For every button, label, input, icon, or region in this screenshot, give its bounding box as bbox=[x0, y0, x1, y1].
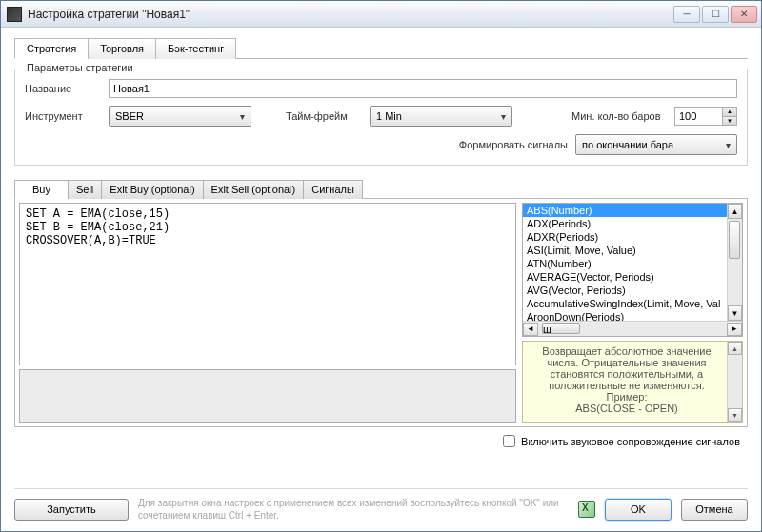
client-area: Стратегия Торговля Бэк-тестинг Параметры… bbox=[1, 28, 761, 531]
list-item[interactable]: AroonDown(Periods) bbox=[523, 310, 727, 321]
hint-text: Для закрытия окна настроек с применением… bbox=[138, 497, 569, 522]
scroll-right-icon[interactable]: ► bbox=[727, 323, 742, 336]
tab-exit-buy[interactable]: Exit Buy (optional) bbox=[101, 180, 203, 199]
tab-sell[interactable]: Sell bbox=[68, 180, 102, 199]
list-item[interactable]: ABS(Number) bbox=[523, 204, 727, 217]
titlebar[interactable]: Настройка стратегии "Новая1" ─ ☐ ✕ bbox=[1, 1, 761, 28]
fieldset-legend: Параметры стратегии bbox=[23, 62, 137, 73]
list-item[interactable]: ADX(Periods) bbox=[523, 217, 727, 230]
scroll-left-icon[interactable]: ◄ bbox=[523, 323, 538, 336]
function-help: Возвращает абсолютное значение числа. От… bbox=[522, 341, 743, 423]
instrument-select[interactable]: SBER bbox=[109, 106, 251, 127]
tab-exit-sell[interactable]: Exit Sell (optional) bbox=[203, 180, 305, 199]
sound-checkbox-label: Включить звуковое сопровождение сигналов bbox=[521, 436, 740, 447]
scroll-down-icon[interactable]: ▼ bbox=[728, 408, 742, 422]
list-item[interactable]: ATN(Number) bbox=[523, 257, 727, 270]
list-item[interactable]: ASI(Limit, Move, Value) bbox=[523, 244, 727, 257]
tab-signals[interactable]: Сигналы bbox=[303, 180, 363, 199]
spin-down-icon[interactable]: ▼ bbox=[723, 117, 736, 126]
expression-area[interactable] bbox=[19, 369, 516, 423]
bottom-bar: Запустить Для закрытия окна настроек с п… bbox=[14, 488, 748, 522]
name-input[interactable] bbox=[109, 79, 737, 98]
minbars-input[interactable]: ▲ ▼ bbox=[674, 107, 737, 126]
scroll-up-icon[interactable]: ▲ bbox=[728, 204, 742, 219]
signalform-label: Формировать сигналы bbox=[434, 139, 568, 150]
code-editor[interactable]: SET A = EMA(close,15) SET B = EMA(close,… bbox=[19, 203, 516, 365]
list-item[interactable]: AVERAGE(Vector, Periods) bbox=[523, 270, 727, 284]
timeframe-select[interactable]: 1 Min bbox=[370, 106, 512, 127]
scroll-thumb[interactable] bbox=[729, 221, 740, 259]
scroll-up-icon[interactable]: ▲ bbox=[728, 342, 742, 355]
ok-button[interactable]: OK bbox=[605, 499, 672, 521]
tab-trading[interactable]: Торговля bbox=[88, 38, 156, 59]
editor-panel: SET A = EMA(close,15) SET B = EMA(close,… bbox=[14, 199, 748, 427]
close-button[interactable]: ✕ bbox=[731, 6, 757, 23]
function-list[interactable]: ABS(Number) ADX(Periods) ADXR(Periods) A… bbox=[522, 203, 743, 337]
minbars-label: Мин. кол-во баров bbox=[572, 110, 667, 122]
window-title: Настройка стратегии "Новая1" bbox=[28, 8, 673, 21]
sound-checkbox[interactable] bbox=[503, 435, 515, 447]
scroll-down-icon[interactable]: ▼ bbox=[728, 305, 742, 321]
tab-backtest[interactable]: Бэк-тестинг bbox=[155, 38, 236, 59]
script-tabs: Buy Sell Exit Buy (optional) Exit Sell (… bbox=[14, 179, 748, 199]
cancel-button[interactable]: Отмена bbox=[681, 499, 748, 521]
excel-export-icon[interactable] bbox=[578, 501, 595, 518]
strategy-params-fieldset: Параметры стратегии Название Инструмент … bbox=[14, 69, 748, 166]
strategy-settings-window: Настройка стратегии "Новая1" ─ ☐ ✕ Страт… bbox=[0, 0, 762, 532]
scroll-thumb[interactable]: ш bbox=[542, 323, 580, 334]
help-text: Возвращает абсолютное значение числа. От… bbox=[542, 345, 711, 414]
help-scrollbar[interactable]: ▲ ▼ bbox=[727, 342, 742, 422]
list-item[interactable]: AccumulativeSwingIndex(Limit, Move, Val bbox=[523, 297, 727, 310]
spin-up-icon[interactable]: ▲ bbox=[723, 108, 736, 117]
list-item[interactable]: ADXR(Periods) bbox=[523, 230, 727, 244]
signalform-select[interactable]: по окончании бара bbox=[575, 134, 737, 155]
list-item[interactable]: AVG(Vector, Periods) bbox=[523, 284, 727, 297]
minimize-button[interactable]: ─ bbox=[673, 6, 700, 23]
maximize-button[interactable]: ☐ bbox=[702, 6, 729, 23]
tab-buy[interactable]: Buy bbox=[14, 180, 69, 199]
sound-checkbox-row: Включить звуковое сопровождение сигналов bbox=[14, 435, 748, 447]
run-button[interactable]: Запустить bbox=[14, 499, 129, 521]
vertical-scrollbar[interactable]: ▲ ▼ bbox=[727, 204, 742, 321]
tab-strategy[interactable]: Стратегия bbox=[14, 38, 89, 59]
main-tabs: Стратегия Торговля Бэк-тестинг bbox=[14, 37, 748, 59]
timeframe-label: Тайм-фрейм bbox=[286, 110, 362, 122]
minbars-value[interactable] bbox=[674, 107, 722, 126]
name-label: Название bbox=[25, 83, 101, 94]
horizontal-scrollbar[interactable]: ◄ ш ► bbox=[523, 321, 742, 336]
instrument-label: Инструмент bbox=[25, 110, 101, 122]
app-icon bbox=[7, 7, 22, 22]
